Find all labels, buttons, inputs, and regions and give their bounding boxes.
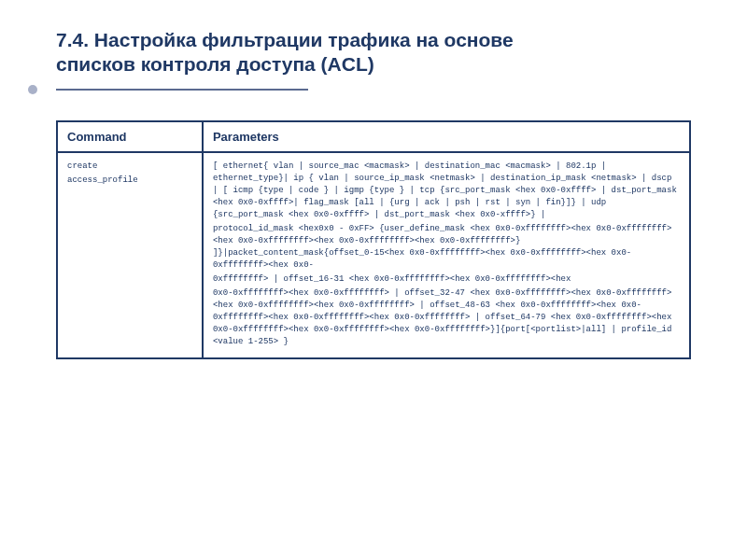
slide: 7.4. Настройка фильтрации трафика на осн… — [0, 0, 747, 560]
command-text-2: access_profile — [67, 175, 192, 187]
title-line-1: 7.4. Настройка фильтрации трафика на осн… — [56, 29, 514, 50]
cell-parameters: [ ethernet{ vlan | source_mac <macmask> … — [203, 152, 690, 359]
title-line-2: списков контроля доступа (ACL) — [56, 53, 374, 75]
param-text-3: 0xffffffff> | offset_16-31 <hex 0x0-0xff… — [213, 273, 680, 286]
param-text-1: [ ethernet{ vlan | source_mac <macmask> … — [213, 161, 680, 221]
command-text-1: create — [67, 161, 192, 173]
header-parameters: Parameters — [203, 121, 690, 152]
title-rule — [56, 89, 308, 91]
table-header-row: Command Parameters — [57, 121, 690, 152]
header-command: Command — [57, 121, 203, 152]
table-row: create access_profile [ ethernet{ vlan |… — [57, 152, 690, 359]
param-text-4: 0x0-0xffffffff><hex 0x0-0xffffffff> | of… — [213, 287, 680, 348]
page-title: 7.4. Настройка фильтрации трафика на осн… — [56, 28, 691, 77]
param-text-2: protocol_id_mask <hex0x0 - 0xFF> {user_d… — [213, 223, 680, 272]
cell-command: create access_profile — [57, 152, 203, 359]
acl-table: Command Parameters create access_profile… — [56, 120, 691, 360]
title-underline — [56, 85, 691, 94]
title-bullet-icon — [28, 85, 37, 94]
